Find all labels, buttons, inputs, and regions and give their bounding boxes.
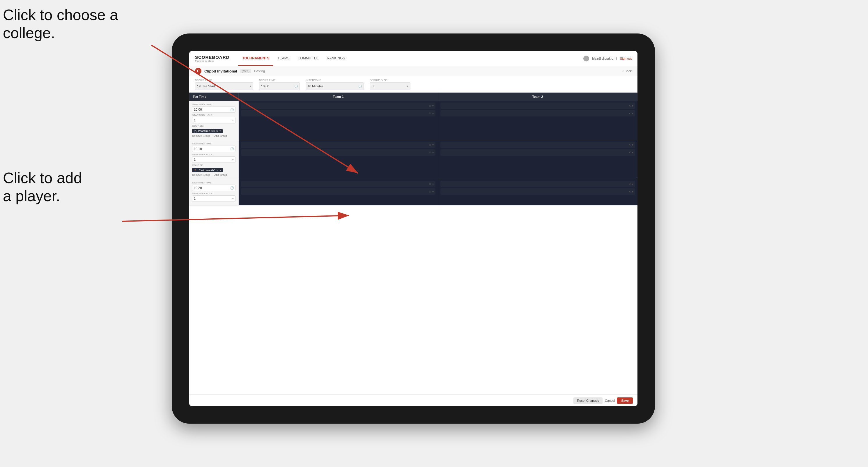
chevron-down-icon-slot-8[interactable]: ▾	[632, 151, 633, 154]
group-size-label: Group Size	[370, 79, 410, 82]
player-slot-4-2[interactable]: ✕ ▾	[440, 149, 635, 156]
chevron-down-icon-slot-9[interactable]: ▾	[432, 183, 434, 186]
chevron-down-icon-slot-6[interactable]: ▾	[432, 151, 434, 154]
clippd-logo: C	[195, 68, 202, 74]
starting-time-value-1[interactable]: 10:00 🕐	[192, 106, 236, 113]
chevron-down-icon-slot-11[interactable]: ▾	[632, 183, 633, 186]
chevron-down-icon-slot-3[interactable]: ▾	[632, 104, 633, 107]
group-size-select[interactable]: 3 ▾	[370, 83, 410, 90]
player-slot-1-1[interactable]: ✕ ▾	[241, 102, 435, 109]
close-icon-3[interactable]: ✕	[628, 104, 631, 107]
course-tag-remove-1[interactable]: ✕	[216, 130, 218, 133]
tournament-name: Clippd Invitational	[204, 69, 237, 73]
close-icon-5[interactable]: ✕	[429, 143, 431, 147]
nav-tab-rankings[interactable]: RANKINGS	[323, 51, 349, 66]
group-team1-cell-2: ✕ ▾ ✕ ▾	[239, 140, 438, 179]
app-header: SCOREBOARD Powered by clippd TOURNAMENTS…	[189, 51, 638, 66]
group-team2-cell-1: ✕ ▾ ✕ ▾	[438, 101, 638, 140]
group-team2-cell-2: ✕ ▾ ✕ ▾	[438, 140, 638, 179]
player-slot-5-1[interactable]: ✕ ▾	[241, 181, 435, 187]
hosting-label: Hosting	[254, 69, 265, 73]
player-slot-2-2[interactable]: ✕ ▾	[440, 110, 635, 117]
col-team2: Team 2	[438, 93, 638, 101]
chevron-course-1: ▾	[219, 130, 221, 132]
close-icon-6[interactable]: ✕	[429, 151, 431, 154]
reset-changes-button[interactable]: Reset Changes	[574, 397, 602, 404]
clock-icon-3: 🕐	[230, 108, 234, 111]
player-slot-5-2[interactable]: ✕ ▾	[241, 188, 435, 195]
close-icon-10[interactable]: ✕	[429, 190, 431, 193]
player-slot-3-2[interactable]: ✕ ▾	[241, 149, 435, 156]
start-time-label: Start Time	[259, 79, 300, 82]
player-slot-6-2[interactable]: ✕ ▾	[440, 188, 635, 195]
starting-hole-value-2[interactable]: 1 ▾	[192, 156, 236, 163]
starting-hole-label-1: STARTING HOLE:	[192, 114, 236, 117]
nav-tab-teams[interactable]: TEAMS	[273, 51, 293, 66]
cancel-button[interactable]: Cancel	[605, 399, 615, 402]
clock-icon: 🕐	[294, 85, 298, 88]
close-icon-12[interactable]: ✕	[628, 190, 631, 193]
chevron-down-icon-slot-10[interactable]: ▾	[432, 190, 434, 193]
course-tag-remove-2[interactable]: ✕	[216, 168, 219, 172]
chevron-down-icon-slot-12[interactable]: ▾	[632, 190, 633, 193]
avatar	[583, 56, 589, 61]
tablet-screen: SCOREBOARD Powered by clippd TOURNAMENTS…	[189, 51, 638, 406]
chevron-down-icon-slot-5[interactable]: ▾	[432, 143, 434, 147]
chevron-down-icon-slot-4[interactable]: ▾	[632, 112, 633, 115]
chevron-down-icon-slot-2[interactable]: ▾	[432, 112, 434, 115]
group-row-3: STARTING TIME: 10:20 🕐 STARTING HOLE: 1 …	[189, 179, 638, 206]
close-icon-7[interactable]: ✕	[628, 143, 631, 147]
group-team1-cell-1: ✕ ▾ ✕ ▾	[239, 101, 438, 140]
user-email: blair@clippd.io	[592, 57, 613, 60]
group-links-1: Remove Group + Add Group	[192, 134, 236, 137]
table-header: Tee Time Team 1 Team 2	[189, 93, 638, 101]
player-slot-2-1[interactable]: ✕ ▾	[440, 102, 635, 109]
chevron-down-icon-slot[interactable]: ▾	[432, 104, 434, 107]
divider: |	[616, 57, 617, 60]
starting-time-value-3[interactable]: 10:20 🕐	[192, 185, 236, 191]
logo-title: SCOREBOARD	[195, 55, 229, 60]
add-group-link-1[interactable]: + Add Group	[212, 134, 227, 137]
close-icon-4[interactable]: ✕	[628, 112, 631, 115]
group-left-3: STARTING TIME: 10:20 🕐 STARTING HOLE: 1 …	[189, 179, 239, 205]
starting-time-value-2[interactable]: 10:10 🕐	[192, 146, 236, 152]
player-slot-4-1[interactable]: ✕ ▾	[440, 142, 635, 148]
player-slot-1-2[interactable]: ✕ ▾	[241, 110, 435, 117]
logo-subtitle: Powered by clippd	[195, 60, 229, 62]
close-icon[interactable]: ✕	[429, 104, 431, 107]
main-table: STARTING TIME: 10:00 🕐 STARTING HOLE: 1 …	[189, 101, 638, 403]
start-type-select[interactable]: 1st Tee Start ▾	[195, 83, 253, 90]
clock-icon-4: 🕐	[230, 147, 234, 150]
starting-hole-value-3[interactable]: 1 ▾	[192, 195, 236, 202]
intervals-select[interactable]: 10 Minutes 🕐	[306, 83, 364, 90]
course-tag-1[interactable]: (A) Peachtree GC ✕ ▾	[192, 129, 223, 133]
remove-group-link-2[interactable]: Remove Group	[192, 174, 210, 177]
close-icon-8[interactable]: ✕	[628, 151, 631, 154]
group-team2-cell-3: ✕ ▾ ✕ ▾	[438, 179, 638, 205]
start-time-select[interactable]: 10:00 🕐	[259, 83, 300, 90]
group-left-2: STARTING TIME: 10:10 🕐 STARTING HOLE: 1 …	[189, 140, 239, 179]
close-icon-2[interactable]: ✕	[429, 112, 431, 115]
close-icon-11[interactable]: ✕	[628, 183, 631, 186]
nav-tab-tournaments[interactable]: TOURNAMENTS	[238, 51, 273, 66]
group-size-group: Group Size 3 ▾	[370, 79, 410, 90]
save-button[interactable]: Save	[617, 397, 633, 404]
back-button[interactable]: ‹ Back	[623, 69, 632, 73]
group-links-2: Remove Group + Add Group	[192, 174, 236, 177]
course-label-1: COURSE:	[192, 125, 236, 127]
col-tee-time: Tee Time	[189, 93, 239, 101]
group-team1-cell-3: ✕ ▾ ✕ ▾	[239, 179, 438, 205]
close-icon-9[interactable]: ✕	[429, 183, 431, 186]
course-tag-2[interactable]: 🏌 East Lake GC ✕ ▾	[192, 168, 223, 173]
nav-tab-committee[interactable]: COMMITTEE	[294, 51, 323, 66]
chevron-course-2: ▾	[220, 169, 221, 172]
player-slot-3-1[interactable]: ✕ ▾	[241, 142, 435, 148]
add-group-link-2[interactable]: + Add Group	[212, 174, 227, 177]
starting-hole-value-1[interactable]: 1 ▾	[192, 117, 236, 123]
sign-out-link[interactable]: Sign out	[620, 57, 632, 60]
controls-row: Start Type 1st Tee Start ▾ Start Time 10…	[189, 76, 638, 93]
chevron-down-icon-slot-7[interactable]: ▾	[632, 143, 633, 147]
nav-tabs: TOURNAMENTS TEAMS COMMITTEE RANKINGS	[238, 51, 349, 66]
remove-group-link-1[interactable]: Remove Group	[192, 134, 210, 137]
player-slot-6-1[interactable]: ✕ ▾	[440, 181, 635, 187]
